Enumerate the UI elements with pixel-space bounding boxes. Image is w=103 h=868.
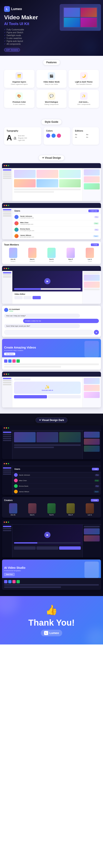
color-chip	[17, 360, 20, 363]
feature-card-3: 🌙 Light & Dark Theme Two beautiful theme…	[69, 70, 99, 88]
person-name: Nina P.	[69, 259, 73, 260]
dashboard-screen	[2, 163, 101, 201]
generate-button[interactable]	[14, 395, 47, 398]
dark-table-header: Users + Add	[12, 466, 101, 472]
dark-panel-item	[84, 439, 100, 445]
feature-desc-2: Easy to use editor	[38, 83, 65, 85]
style-guide-row: Typography A a Bold 800 Regular 400 Ligh…	[4, 127, 99, 145]
dark-thumbnail	[59, 432, 81, 442]
feature-icon-color: 🎨	[16, 92, 23, 100]
cta-button[interactable]: Get Started	[4, 352, 15, 355]
invite-button[interactable]: + Invite	[91, 243, 99, 246]
person-role: Designer	[11, 261, 16, 262]
dark-tool-button[interactable]	[14, 546, 36, 550]
save-button[interactable]	[32, 296, 41, 299]
feature-title-3: Light & Dark Theme	[71, 81, 97, 83]
feature-desc-4: 5 color swatches	[6, 103, 32, 105]
visual-design-pill: ✦ Visual Design	[38, 155, 65, 161]
play-button[interactable]: ▶	[44, 278, 50, 284]
content-thumbnail	[14, 170, 36, 178]
video-info: Video Editor	[12, 291, 82, 301]
dark-person-name: Alex M.	[10, 514, 16, 516]
dark-add-button[interactable]: + Add	[92, 468, 99, 470]
dark-export-button[interactable]	[59, 546, 81, 550]
dark-editor-main: ▶	[12, 525, 82, 557]
page-title	[14, 378, 30, 380]
dark-status-badge: Pro	[95, 485, 99, 487]
feature-card-2: 🎬 Video Maker Mode Easy to use editor	[36, 70, 67, 88]
users-table-screen: Users + Add User Sarah Johnson sarah@exa…	[2, 203, 101, 239]
window-close-dot	[4, 205, 5, 206]
sidebar-item	[3, 276, 11, 278]
visual-design-dark-section-label: ✦ Visual Design Dark	[0, 413, 103, 426]
window-min-dot	[6, 522, 7, 523]
window-close-dot	[4, 522, 5, 523]
window-max-dot	[8, 374, 9, 375]
ai-content: ✨ Generate with AI	[12, 377, 82, 407]
feature-icon-theme: 🌙	[80, 72, 87, 80]
mockup-thumb	[81, 18, 97, 27]
ty-logo-text: Lumeo	[49, 631, 59, 634]
sidebar-item	[3, 380, 11, 381]
row-text: Mike Chen mike@example.com	[20, 222, 92, 225]
sidebar-item	[3, 211, 11, 212]
dark-main-content	[12, 430, 82, 459]
visual-design-section-label: ✦ Visual Design	[0, 151, 103, 163]
dark-cta-button[interactable]: Start Free	[4, 573, 15, 576]
dark-screen-header	[2, 426, 101, 430]
dark-people-screen: Creators + Invite Alex M. Sara K. Tom R.…	[2, 497, 101, 518]
feature-item: All components	[4, 43, 99, 45]
dark-color-chip	[4, 580, 7, 583]
dark-invite-button[interactable]: + Invite	[91, 499, 99, 502]
features-section-label: Features	[0, 56, 103, 68]
add-user-button[interactable]: + Add User	[88, 210, 99, 212]
settings-button[interactable]	[48, 395, 81, 398]
feature-card-1: 🗂️ Organize layers Clean organized layer…	[4, 70, 34, 88]
sidebar-active-item	[3, 169, 11, 170]
content-thumbnail	[36, 170, 58, 178]
person-avatar	[67, 248, 75, 258]
dark-person-card: Sara K.	[23, 503, 41, 516]
sidebar-item	[3, 176, 11, 177]
dark-screen-header	[2, 520, 101, 525]
person-name: Tom R.	[49, 259, 54, 260]
chat-input[interactable]	[4, 330, 93, 335]
screen-header	[2, 203, 101, 208]
dark-avatar	[14, 490, 18, 493]
thank-you-section: 👍 Thank You! L Lumeo	[0, 596, 103, 645]
window-close-dot	[4, 463, 5, 464]
person-card: Sara K. Developer	[23, 248, 41, 262]
dark-person-avatar	[9, 503, 17, 514]
table-row: Mike Chen mike@example.com Free	[12, 220, 101, 226]
send-button[interactable]: ➤	[94, 330, 99, 335]
feature-item: 5 color swatches	[4, 37, 99, 39]
dark-sidebar-item	[3, 469, 11, 471]
edition-item: Aa	[75, 134, 85, 135]
dark-content-row	[4, 584, 99, 586]
tool-button[interactable]	[15, 296, 23, 299]
big-letter: A	[7, 134, 12, 142]
dark-color-chip	[12, 580, 16, 583]
mockup-thumb	[81, 8, 97, 17]
dark-avatar	[14, 484, 18, 488]
colors-box: Colors	[44, 127, 70, 145]
dark-timeline	[14, 542, 81, 544]
visual-design-dark-pill: ✦ Visual Design Dark	[35, 417, 68, 423]
feature-desc-5: Dialog components	[38, 103, 65, 105]
colors-row	[46, 134, 68, 138]
font-samples: Bold 800 Regular 400 Light 300	[18, 135, 27, 141]
feature-card-5: 💬 Word Dialogue Dialog components	[36, 90, 67, 108]
panel-label	[84, 272, 100, 274]
dark-tool-button[interactable]	[36, 546, 58, 550]
dark-play-button[interactable]: ▶	[44, 532, 50, 538]
dark-panel-item	[84, 528, 100, 534]
feature-desc-6: 100+ components	[71, 103, 97, 105]
person-name: Leo S.	[88, 259, 92, 260]
tool-button[interactable]	[24, 296, 32, 299]
panel-item	[84, 282, 100, 288]
thank-you-icon: 👍	[4, 604, 99, 616]
chat-message-received: Sure! What topic would you like?	[4, 324, 80, 328]
dark-users-layout: Users + Add Sarah Johnson Pro Mike Chen …	[2, 466, 101, 495]
status-badge: Pro	[94, 216, 99, 218]
features-grid: 🗂️ Organize layers Clean organized layer…	[4, 70, 99, 108]
